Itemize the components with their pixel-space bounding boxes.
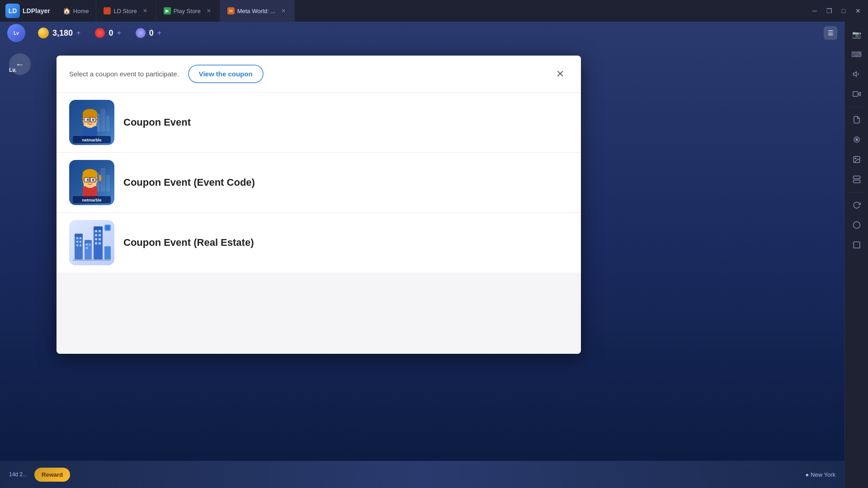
svg-rect-6: [853, 176, 860, 179]
right-sidebar: 📷 ⌨: [844, 22, 868, 488]
svg-marker-0: [853, 72, 856, 77]
svg-rect-71: [95, 234, 97, 236]
tab-meta-world-label: Meta World: ...: [237, 8, 275, 14]
tab-ld-store-close[interactable]: ✕: [142, 7, 149, 14]
screenshot-icon[interactable]: 📷: [848, 25, 866, 43]
sync-icon[interactable]: [848, 196, 866, 214]
svg-rect-60: [76, 244, 78, 246]
svg-point-5: [855, 158, 856, 159]
modal-overlay: Select a coupon event to participate. Vi…: [0, 22, 844, 488]
game-area: Lv 3,180 + 0 + 0 + ☰ ← Lv. 14d 2... Rewa…: [0, 22, 844, 488]
svg-rect-63: [85, 240, 92, 244]
square-icon[interactable]: [848, 236, 866, 254]
apk-icon[interactable]: [848, 111, 866, 129]
record-icon[interactable]: [848, 131, 866, 149]
coupon-event-item-2[interactable]: netmarble Coupon Event (Event Code): [57, 153, 581, 213]
coupon-event-1-label: Coupon Event: [123, 117, 191, 128]
svg-line-49: [83, 179, 84, 180]
modal-list: netmarble Coupon Event: [57, 93, 581, 272]
coupon-event-3-label: Coupon Event (Real Estate): [123, 237, 254, 249]
camera-icon[interactable]: [848, 85, 866, 103]
logo-icon: LD: [5, 4, 20, 18]
svg-rect-58: [76, 241, 78, 243]
tab-home-label: Home: [73, 8, 89, 14]
svg-line-50: [96, 179, 97, 180]
coupon-event-item-1[interactable]: netmarble Coupon Event: [57, 93, 581, 153]
coupon-event-2-label: Coupon Event (Event Code): [123, 177, 255, 188]
svg-rect-78: [73, 259, 111, 261]
svg-rect-54: [75, 236, 83, 259]
netmarble-icon-2: netmarble: [69, 160, 114, 205]
svg-rect-66: [86, 247, 88, 249]
svg-line-27: [83, 119, 84, 120]
svg-rect-61: [80, 244, 81, 246]
svg-rect-70: [99, 230, 101, 232]
svg-rect-11: [854, 242, 860, 248]
tab-play-store-close[interactable]: ✕: [205, 7, 212, 14]
app-name: LDPlayer: [23, 7, 50, 14]
svg-rect-73: [95, 238, 97, 240]
modal-header: Select a coupon event to participate. Vi…: [57, 56, 581, 93]
svg-rect-1: [853, 92, 858, 97]
close-icon: ✕: [556, 68, 564, 80]
svg-rect-69: [95, 230, 97, 232]
svg-rect-65: [89, 244, 90, 245]
circle-icon[interactable]: [848, 216, 866, 234]
svg-rect-57: [80, 237, 81, 239]
svg-rect-40: [83, 172, 97, 178]
real-estate-icon: [69, 220, 114, 265]
coupon-event-item-3[interactable]: Coupon Event (Real Estate): [57, 213, 581, 272]
tab-ld-store-label: LD Store: [113, 8, 137, 14]
svg-rect-80: [105, 225, 110, 230]
svg-rect-14: [101, 109, 105, 131]
screenshot2-icon[interactable]: [848, 150, 866, 169]
tabs-container: 🏠 Home LD Store ✕ ▶ Play Store ✕ M Meta …: [56, 0, 805, 22]
sidebar-divider-2: [849, 192, 865, 192]
svg-rect-64: [86, 244, 88, 245]
svg-rect-7: [853, 180, 860, 183]
modal-header-content: Select a coupon event to participate. Vi…: [69, 65, 264, 83]
tab-ld-store[interactable]: LD Store ✕: [96, 0, 156, 22]
svg-rect-15: [106, 116, 109, 131]
svg-rect-76: [99, 242, 101, 244]
keyboard-icon[interactable]: ⌨: [848, 45, 866, 63]
coupon-event-2-thumbnail: netmarble: [69, 160, 114, 205]
coupon-modal: Select a coupon event to participate. Vi…: [57, 56, 581, 354]
tab-play-store[interactable]: ▶ Play Store ✕: [156, 0, 220, 22]
svg-point-3: [855, 139, 858, 141]
macro-icon[interactable]: [848, 170, 866, 188]
speaker-icon[interactable]: [848, 65, 866, 83]
tab-meta-world[interactable]: M Meta World: ... ✕: [220, 0, 295, 22]
svg-rect-67: [94, 229, 103, 259]
svg-rect-62: [85, 243, 92, 259]
restore-button[interactable]: □: [837, 5, 850, 17]
svg-rect-56: [76, 237, 78, 239]
svg-rect-74: [99, 238, 101, 240]
maximize-button[interactable]: ❐: [823, 5, 835, 17]
minimize-button[interactable]: ─: [808, 5, 821, 17]
modal-subtitle: Select a coupon event to participate.: [69, 70, 179, 78]
svg-point-24: [92, 118, 94, 121]
svg-rect-72: [99, 234, 101, 236]
svg-rect-42: [99, 175, 101, 181]
tab-meta-world-close[interactable]: ✕: [280, 7, 287, 14]
svg-rect-35: [106, 175, 110, 192]
close-button[interactable]: ✕: [852, 5, 864, 17]
window-controls: ─ ❐ □ ✕: [805, 5, 868, 17]
svg-rect-55: [75, 234, 83, 237]
tab-play-store-label: Play Store: [174, 8, 201, 14]
svg-point-23: [87, 118, 89, 121]
view-coupon-button[interactable]: View the coupon: [188, 65, 264, 83]
svg-rect-75: [95, 242, 97, 244]
coupon-event-1-thumbnail: netmarble: [69, 100, 114, 145]
modal-close-button[interactable]: ✕: [552, 66, 568, 82]
modal-empty-area: [57, 272, 581, 354]
sidebar-divider-1: [849, 107, 865, 107]
coupon-event-3-thumbnail: [69, 220, 114, 265]
app-logo: LD LDPlayer: [0, 4, 56, 18]
svg-rect-59: [80, 241, 81, 243]
title-bar: LD LDPlayer 🏠 Home LD Store ✕ ▶ Play Sto…: [0, 0, 868, 22]
svg-rect-77: [104, 246, 111, 259]
tab-home[interactable]: 🏠 Home: [56, 0, 97, 22]
svg-line-28: [96, 119, 97, 120]
